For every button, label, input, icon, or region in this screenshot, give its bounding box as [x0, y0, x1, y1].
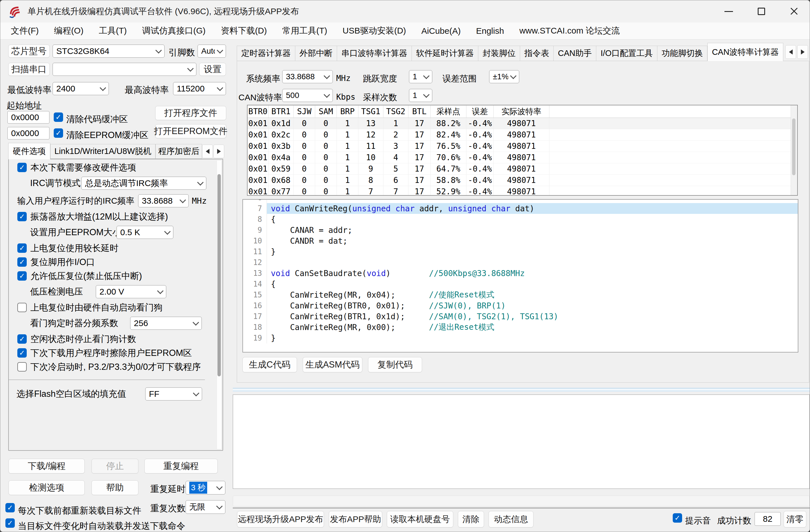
dynamic-info-button[interactable]: 动态信息: [489, 511, 533, 528]
help-button[interactable]: 帮助: [92, 480, 139, 495]
hw-checkbox-12[interactable]: [17, 348, 27, 358]
port-setup-button[interactable]: 设置: [199, 63, 226, 76]
hardware-options-scrollbar[interactable]: [216, 160, 222, 449]
open-eeprom-file-button[interactable]: 打开EEPROM文件: [155, 124, 226, 138]
table-row[interactable]: 0x010x4a0011041770.6%-0.4%498071: [247, 152, 797, 163]
publish-app-button[interactable]: 远程现场升级APP发布: [237, 511, 324, 528]
log-output-area[interactable]: [233, 395, 810, 489]
clear-eeprom-checkbox[interactable]: [54, 128, 63, 138]
hw-checkbox-5[interactable]: [17, 244, 27, 253]
table-row[interactable]: 0x010x77001771752.9%-0.4%498071: [247, 186, 797, 196]
menu-item-9[interactable]: www.STCAI.com 论坛交流: [512, 23, 627, 38]
beep-checkbox[interactable]: [673, 513, 682, 522]
hw-field-select[interactable]: FF: [145, 387, 202, 400]
hw-field-select[interactable]: 256: [130, 317, 202, 330]
scan-port-button[interactable]: 扫描串口: [8, 63, 50, 76]
pin-count-select[interactable]: Auto: [197, 45, 226, 58]
calculator-tab-0[interactable]: 定时器计算器: [237, 46, 295, 61]
calculator-tab-2[interactable]: 串口波特率计算器: [337, 46, 412, 61]
hw-checkbox-11[interactable]: [17, 334, 27, 344]
menu-item-0[interactable]: 文件(F): [3, 23, 46, 38]
calculator-tab-1[interactable]: 外部中断: [295, 46, 337, 61]
serial-port-select[interactable]: [52, 63, 196, 76]
left-tab-2[interactable]: 程序加密后: [156, 144, 202, 159]
calculator-tab-6[interactable]: CAN助手: [554, 46, 596, 61]
repeat-times-select[interactable]: 无限: [185, 500, 225, 514]
autoload-on-change-checkbox[interactable]: [5, 518, 15, 528]
left-tab-0[interactable]: 硬件选项: [8, 143, 50, 159]
read-disk-id-button[interactable]: 读取本机硬盘号: [387, 511, 453, 528]
right-tabs-scroll-right-button[interactable]: [797, 45, 808, 59]
max-baud-select[interactable]: 115200: [173, 82, 226, 95]
clear-button[interactable]: 清除: [458, 511, 484, 528]
chip-type-button[interactable]: 芯片型号: [8, 45, 50, 58]
scrollbar-thumb[interactable]: [217, 174, 221, 376]
minimize-button[interactable]: [712, 0, 745, 22]
table-row[interactable]: 0x010x3b0011131776.5%-0.4%498071: [247, 140, 797, 152]
splitter[interactable]: [233, 388, 810, 392]
hw-field-select[interactable]: 2.00 V: [96, 285, 166, 298]
generate-c-code-button[interactable]: 生成C代码: [242, 357, 297, 372]
close-button[interactable]: [778, 0, 810, 22]
calculator-tab-8[interactable]: 功能脚切换: [658, 46, 708, 61]
download-program-button[interactable]: 下载/编程: [9, 459, 85, 473]
calculator-tab-4[interactable]: 封装脚位: [478, 46, 520, 61]
hw-field-label: 低压检测电压: [30, 286, 83, 298]
calculator-tab-5[interactable]: 指令表: [520, 46, 554, 61]
left-tab-1[interactable]: Link1D/Writer1A/U8W脱机: [50, 144, 156, 159]
hw-checkbox-6[interactable]: [17, 257, 27, 267]
menu-item-3[interactable]: 调试仿真接口(G): [134, 23, 213, 38]
menu-item-5[interactable]: 常用工具(T): [275, 23, 335, 38]
hw-checkbox-3[interactable]: [17, 212, 27, 221]
min-baud-select[interactable]: 2400: [52, 82, 109, 95]
left-tabs-scroll-right-button[interactable]: [213, 145, 224, 158]
reload-target-checkbox[interactable]: [5, 503, 15, 512]
menu-item-8[interactable]: English: [468, 23, 512, 38]
check-options-button[interactable]: 检测选项: [9, 480, 85, 495]
open-program-file-button[interactable]: 打开程序文件: [155, 106, 226, 120]
hw-field-select[interactable]: 总是动态调节IRC频率: [81, 177, 206, 190]
calculator-tab-3[interactable]: 软件延时计算器: [412, 46, 478, 61]
maximize-button[interactable]: [745, 0, 778, 22]
publish-help-button[interactable]: 发布APP帮助: [329, 511, 382, 528]
table-scrollbar[interactable]: [791, 105, 797, 195]
reset-count-button[interactable]: 清零: [783, 511, 806, 528]
can-baud-select[interactable]: 500: [282, 89, 333, 102]
table-row[interactable]: 0x010x68001861758.8%-0.4%498071: [247, 175, 797, 186]
right-tabs-scroll-left-button[interactable]: [785, 45, 796, 59]
stop-button[interactable]: 停止: [92, 459, 139, 473]
hw-field-select[interactable]: 0.5 K: [116, 226, 173, 239]
repeat-delay-select[interactable]: 3 秒: [185, 481, 225, 495]
chip-type-select[interactable]: STC32G8K64: [52, 45, 165, 58]
success-count-input[interactable]: 82: [755, 512, 781, 526]
sample-count-select[interactable]: 1: [409, 89, 432, 102]
menu-item-7[interactable]: AiCube(A): [414, 23, 468, 38]
hw-checkbox-9[interactable]: [17, 303, 27, 312]
generated-code-view[interactable]: 67void CanWriteReg(unsigned char addr, u…: [242, 199, 798, 352]
menu-item-1[interactable]: 编程(O): [46, 23, 91, 38]
scrollbar-thumb[interactable]: [792, 118, 795, 175]
error-range-select[interactable]: ±1%: [489, 70, 519, 83]
table-row[interactable]: 0x010x1d0011311788.2%-0.4%498071: [247, 118, 797, 129]
eeprom-start-address-input[interactable]: 0x0000: [7, 127, 49, 139]
hw-checkbox-0[interactable]: [17, 163, 27, 172]
code-start-address-input[interactable]: 0x0000: [7, 111, 49, 123]
table-row[interactable]: 0x010x2c0011221782.4%-0.4%498071: [247, 129, 797, 140]
sys-freq-select[interactable]: 33.8688: [282, 70, 333, 83]
hw-checkbox-13[interactable]: [17, 362, 27, 371]
sjw-select[interactable]: 1: [409, 70, 432, 83]
hw-checkbox-7[interactable]: [17, 271, 27, 281]
table-cell: 17: [408, 140, 431, 152]
menu-item-6[interactable]: USB驱动安装(D): [335, 23, 414, 38]
menu-item-2[interactable]: 工具(T): [91, 23, 134, 38]
generate-asm-code-button[interactable]: 生成ASM代码: [303, 357, 362, 372]
copy-code-button[interactable]: 复制代码: [368, 357, 422, 372]
calculator-tab-9[interactable]: CAN波特率计算器: [708, 43, 783, 61]
table-row[interactable]: 0x010x59001951764.7%-0.4%498071: [247, 163, 797, 175]
menu-item-4[interactable]: 资料下载(D): [213, 23, 275, 38]
clear-code-checkbox[interactable]: [54, 113, 63, 122]
calculator-tab-7[interactable]: I/O口配置工具: [596, 46, 658, 61]
hw-field-select[interactable]: 33.8688: [138, 194, 189, 207]
repeat-program-button[interactable]: 重复编程: [144, 459, 218, 473]
left-tabs-scroll-left-button[interactable]: [202, 145, 213, 158]
